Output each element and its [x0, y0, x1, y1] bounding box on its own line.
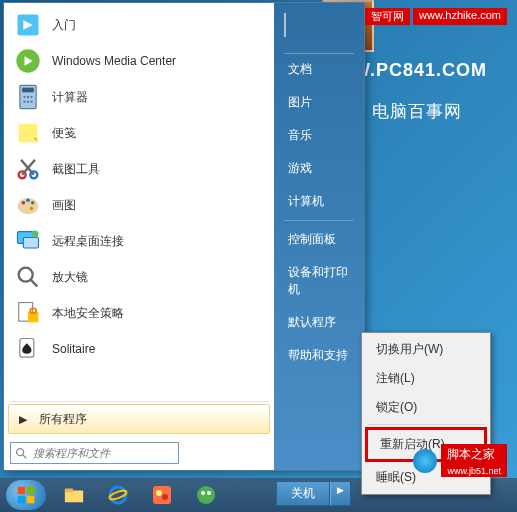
- program-label: 画图: [52, 197, 76, 214]
- program-label: Solitaire: [52, 342, 95, 356]
- watermark-top: 智可网 www.hzhike.com: [365, 8, 507, 25]
- search-input[interactable]: [10, 442, 179, 464]
- svg-point-15: [26, 199, 30, 203]
- sticky-notes-icon: [14, 119, 42, 147]
- submenu-switch-user[interactable]: 切换用户(W): [364, 335, 488, 364]
- svg-point-36: [156, 490, 162, 496]
- program-magnifier[interactable]: 放大镜: [6, 259, 272, 295]
- right-item-help[interactable]: 帮助和支持: [274, 339, 364, 372]
- remote-desktop-icon: [14, 227, 42, 255]
- start-menu-right-pane: 文档 图片 音乐 游戏 计算机 控制面板 设备和打印机 默认程序 帮助和支持: [274, 3, 364, 470]
- svg-rect-30: [27, 496, 35, 504]
- svg-rect-27: [18, 487, 26, 495]
- right-item-control-panel[interactable]: 控制面板: [274, 223, 364, 256]
- start-button[interactable]: [6, 480, 46, 510]
- right-item-devices[interactable]: 设备和打印机: [274, 256, 364, 306]
- brand-cn: 电脑百事网: [372, 100, 462, 123]
- svg-point-9: [30, 101, 32, 103]
- taskbar-app-green[interactable]: [186, 481, 226, 509]
- svg-rect-29: [18, 496, 26, 504]
- right-item-computer[interactable]: 计算机: [274, 185, 364, 218]
- program-label: 远程桌面连接: [52, 233, 124, 250]
- windows-logo-icon: [16, 485, 36, 505]
- program-snipping-tool[interactable]: 截图工具: [6, 151, 272, 187]
- svg-rect-19: [23, 238, 38, 249]
- svg-point-7: [23, 101, 25, 103]
- svg-rect-3: [22, 88, 34, 93]
- shutdown-button[interactable]: 关机: [276, 481, 330, 506]
- watermark-bottom-url: www.jb51.net: [441, 465, 507, 477]
- watermark-url: www.hzhike.com: [413, 8, 507, 25]
- start-menu-left-pane: 入门 Windows Media Center 计算器 便笺 截图工具 画图: [4, 3, 274, 470]
- program-wmc[interactable]: Windows Media Center: [6, 43, 272, 79]
- program-paint[interactable]: 画图: [6, 187, 272, 223]
- program-label: 计算器: [52, 89, 88, 106]
- program-label: Windows Media Center: [52, 54, 176, 68]
- right-item-pictures[interactable]: 图片: [274, 86, 364, 119]
- svg-point-16: [31, 201, 34, 205]
- submenu-separator: [368, 424, 484, 425]
- watermark-logo-icon: [413, 449, 437, 473]
- svg-point-4: [23, 96, 25, 98]
- paint-icon: [14, 191, 42, 219]
- snipping-tool-icon: [14, 155, 42, 183]
- taskbar-explorer[interactable]: [54, 481, 94, 509]
- program-remote-desktop[interactable]: 远程桌面连接: [6, 223, 272, 259]
- svg-point-38: [197, 486, 215, 504]
- svg-point-26: [17, 449, 24, 456]
- program-label: 放大镜: [52, 269, 88, 286]
- watermark-text: 智可网: [365, 8, 410, 25]
- magnifier-icon: [14, 263, 42, 291]
- start-menu: 入门 Windows Media Center 计算器 便笺 截图工具 画图: [3, 2, 365, 471]
- program-solitaire[interactable]: Solitaire: [6, 331, 272, 367]
- svg-point-6: [30, 96, 32, 98]
- search-icon: [14, 446, 28, 460]
- program-list: 入门 Windows Media Center 计算器 便笺 截图工具 画图: [4, 3, 274, 399]
- arrow-right-icon: ▶: [19, 413, 27, 426]
- shutdown-row: 关机 ▶: [276, 481, 351, 506]
- right-item-default-programs[interactable]: 默认程序: [274, 306, 364, 339]
- submenu-logoff[interactable]: 注销(L): [364, 364, 488, 393]
- program-label: 本地安全策略: [52, 305, 124, 322]
- svg-point-14: [22, 201, 25, 205]
- calculator-icon: [14, 83, 42, 111]
- svg-point-17: [30, 207, 34, 211]
- svg-rect-32: [65, 489, 73, 493]
- svg-point-39: [201, 491, 205, 495]
- svg-point-20: [32, 231, 39, 238]
- right-item-documents[interactable]: 文档: [274, 53, 364, 86]
- security-policy-icon: [14, 299, 42, 327]
- program-sticky-notes[interactable]: 便笺: [6, 115, 272, 151]
- solitaire-icon: [14, 335, 42, 363]
- program-getting-started[interactable]: 入门: [6, 7, 272, 43]
- watermark-bottom: 脚本之家 www.jb51.net: [413, 444, 507, 477]
- program-label: 便笺: [52, 125, 76, 142]
- program-security-policy[interactable]: 本地安全策略: [6, 295, 272, 331]
- submenu-lock[interactable]: 锁定(O): [364, 393, 488, 422]
- svg-rect-28: [27, 487, 35, 495]
- program-label: 截图工具: [52, 161, 100, 178]
- svg-rect-35: [153, 486, 171, 504]
- svg-point-37: [162, 494, 168, 500]
- all-programs-button[interactable]: ▶ 所有程序: [8, 404, 270, 434]
- program-calculator[interactable]: 计算器: [6, 79, 272, 115]
- svg-point-5: [27, 96, 29, 98]
- getting-started-icon: [14, 11, 42, 39]
- svg-point-8: [27, 101, 29, 103]
- shutdown-arrow[interactable]: ▶: [330, 481, 351, 506]
- watermark-bottom-text: 脚本之家: [441, 444, 507, 465]
- program-label: 入门: [52, 17, 76, 34]
- wmc-icon: [14, 47, 42, 75]
- taskbar-ie[interactable]: [98, 481, 138, 509]
- taskbar-app-red[interactable]: [142, 481, 182, 509]
- search-row: [4, 436, 274, 470]
- all-programs-label: 所有程序: [39, 411, 87, 428]
- right-item-music[interactable]: 音乐: [274, 119, 364, 152]
- right-item-games[interactable]: 游戏: [274, 152, 364, 185]
- svg-point-40: [207, 491, 211, 495]
